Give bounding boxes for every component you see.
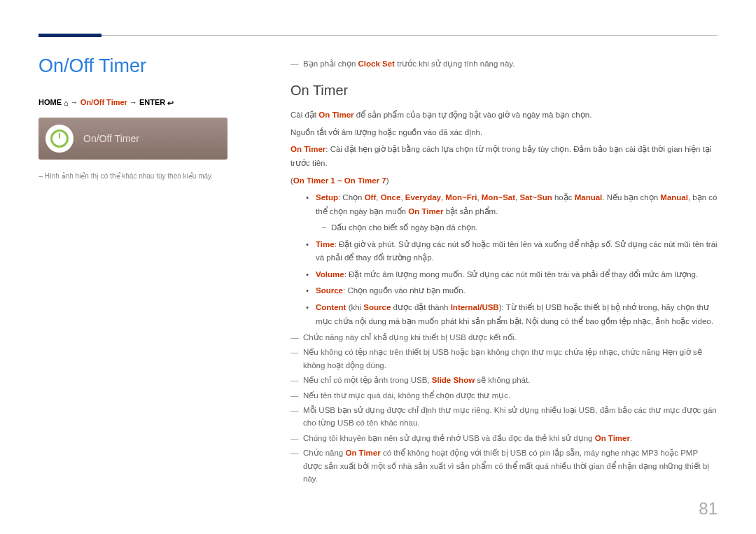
paragraph: On Timer: Cài đặt hẹn giờ bật bằng cách … [290, 143, 718, 170]
list-item: Setup: Chọn Off, Once, Everyday, Mon~Fri… [306, 191, 718, 218]
prereq-note: Bạn phải chọn Clock Set trước khi sử dụn… [290, 57, 718, 70]
footnote-item: Nếu không có tệp nhạc trên thiết bị USB … [290, 346, 718, 372]
footnote-item: Nếu tên thư mục quá dài, không thể chọn … [290, 389, 718, 402]
list-item: Content (khi Source được đặt thành Inter… [306, 301, 718, 328]
paragraph: Nguồn tắt với âm lượng hoặc nguồn vào đã… [290, 126, 718, 140]
footnote-item: Nếu chỉ có một tệp ảnh trong USB, Slide … [290, 374, 718, 386]
header-accent-bar [38, 34, 102, 37]
footnote-item: Chúng tôi khuyên bạn nên sử dụng thẻ nhớ… [290, 432, 718, 444]
page: On/Off Timer HOME ⌂ → On/Off Timer → ENT… [0, 0, 756, 501]
timer-icon [46, 125, 74, 153]
footnote: ‒ Hình ảnh hiển thị có thể khác nhau tùy… [38, 172, 262, 180]
option-list: Setup: Chọn Off, Once, Everyday, Mon~Fri… [290, 191, 718, 328]
list-item: Time: Đặt giờ và phút. Sử dụng các nút s… [306, 238, 718, 265]
page-title: On/Off Timer [38, 55, 262, 77]
left-column: On/Off Timer HOME ⌂ → On/Off Timer → ENT… [38, 55, 262, 487]
breadcrumb: HOME ⌂ → On/Off Timer → ENTER ↩ [38, 98, 262, 108]
footnote-item: Chức năng On Timer có thể không hoạt độn… [290, 447, 718, 485]
header-rule [38, 35, 718, 36]
breadcrumb-arrow: → [71, 98, 78, 106]
home-icon: ⌂ [64, 99, 69, 107]
footnote-text: Hình ảnh hiển thị có thể khác nhau tùy t… [45, 172, 213, 180]
breadcrumb-home: HOME [38, 98, 62, 106]
list-item: Volume: Đặt mức âm lượng mong muốn. Sử d… [306, 268, 718, 282]
breadcrumb-enter: ENTER [139, 98, 165, 106]
breadcrumb-arrow: → [130, 98, 137, 106]
range-label: (On Timer 1 ~ On Timer 7) [290, 174, 718, 188]
breadcrumb-mid: On/Off Timer [80, 98, 127, 106]
page-number: 81 [699, 499, 718, 519]
paragraph: Cài đặt On Timer để sản phẩm của bạn tự … [290, 108, 718, 122]
list-item-sub: Dấu chọn cho biết số ngày bạn đã chọn. [306, 221, 718, 235]
ui-preview-label: On/Off Timer [83, 133, 139, 144]
content-row: On/Off Timer HOME ⌂ → On/Off Timer → ENT… [38, 55, 718, 487]
enter-icon: ↩ [167, 99, 174, 108]
ui-preview-tile: On/Off Timer [38, 118, 227, 160]
footnote-item: Chức năng này chỉ khả dụng khi thiết bị … [290, 331, 718, 344]
section-title: On Timer [290, 83, 718, 99]
footnote-item: Mỗi USB bạn sử dụng được chỉ định thư mụ… [290, 404, 718, 430]
list-item: Source: Chọn nguồn vào như bạn muốn. [306, 284, 718, 298]
right-column: Bạn phải chọn Clock Set trước khi sử dụn… [290, 55, 718, 487]
